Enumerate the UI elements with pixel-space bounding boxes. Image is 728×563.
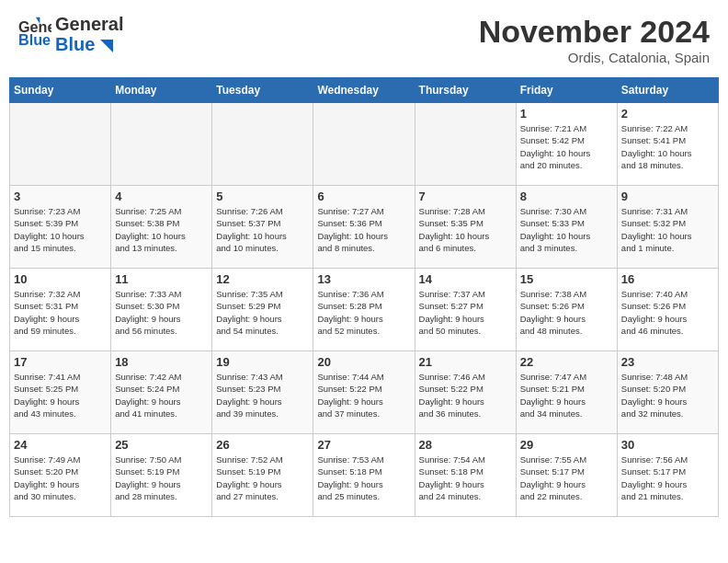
calendar-cell — [111, 103, 212, 186]
day-info: Sunrise: 7:25 AM Sunset: 5:38 PM Dayligh… — [115, 205, 208, 254]
day-info: Sunrise: 7:35 AM Sunset: 5:29 PM Dayligh… — [216, 288, 309, 337]
calendar-header-friday: Friday — [516, 78, 617, 103]
day-info: Sunrise: 7:26 AM Sunset: 5:37 PM Dayligh… — [216, 205, 309, 254]
day-number: 8 — [520, 190, 613, 203]
calendar-cell: 5Sunrise: 7:26 AM Sunset: 5:37 PM Daylig… — [212, 186, 313, 269]
calendar-cell: 6Sunrise: 7:27 AM Sunset: 5:36 PM Daylig… — [313, 186, 415, 269]
calendar-cell: 2Sunrise: 7:22 AM Sunset: 5:41 PM Daylig… — [617, 103, 718, 186]
logo-icon: General Blue — [18, 16, 51, 52]
day-number: 19 — [216, 355, 309, 369]
day-info: Sunrise: 7:28 AM Sunset: 5:35 PM Dayligh… — [419, 205, 512, 254]
calendar-cell: 16Sunrise: 7:40 AM Sunset: 5:26 PM Dayli… — [617, 269, 718, 351]
day-number: 2 — [621, 107, 714, 121]
svg-text:Blue: Blue — [18, 31, 51, 48]
calendar-week-2: 3Sunrise: 7:23 AM Sunset: 5:39 PM Daylig… — [10, 186, 719, 269]
day-number: 16 — [621, 272, 714, 286]
calendar-cell: 27Sunrise: 7:53 AM Sunset: 5:18 PM Dayli… — [313, 434, 415, 517]
day-info: Sunrise: 7:36 AM Sunset: 5:28 PM Dayligh… — [317, 288, 410, 337]
day-info: Sunrise: 7:48 AM Sunset: 5:20 PM Dayligh… — [621, 371, 714, 419]
calendar-cell: 4Sunrise: 7:25 AM Sunset: 5:38 PM Daylig… — [111, 186, 212, 269]
day-number: 3 — [14, 190, 107, 203]
calendar-week-5: 24Sunrise: 7:49 AM Sunset: 5:20 PM Dayli… — [10, 434, 719, 517]
calendar-cell: 15Sunrise: 7:38 AM Sunset: 5:26 PM Dayli… — [516, 269, 617, 351]
month-title: November 2024 — [479, 14, 710, 50]
day-number: 25 — [115, 438, 208, 452]
day-number: 27 — [317, 438, 410, 452]
calendar-header-wednesday: Wednesday — [313, 78, 415, 103]
calendar-cell: 30Sunrise: 7:56 AM Sunset: 5:17 PM Dayli… — [617, 434, 718, 517]
day-number: 23 — [621, 355, 714, 369]
day-info: Sunrise: 7:41 AM Sunset: 5:25 PM Dayligh… — [14, 371, 107, 419]
calendar-cell — [415, 103, 516, 186]
calendar-header-sunday: Sunday — [10, 78, 111, 103]
day-number: 17 — [14, 355, 107, 369]
calendar-header-monday: Monday — [111, 78, 212, 103]
calendar-cell: 23Sunrise: 7:48 AM Sunset: 5:20 PM Dayli… — [617, 351, 718, 434]
calendar-cell: 3Sunrise: 7:23 AM Sunset: 5:39 PM Daylig… — [10, 186, 111, 269]
calendar-cell: 22Sunrise: 7:47 AM Sunset: 5:21 PM Dayli… — [516, 351, 617, 434]
day-number: 5 — [216, 190, 309, 203]
day-number: 20 — [317, 355, 410, 369]
calendar-header-row: SundayMondayTuesdayWednesdayThursdayFrid… — [10, 78, 719, 103]
day-number: 26 — [216, 438, 309, 452]
title-block: November 2024 Ordis, Catalonia, Spain — [479, 14, 710, 65]
day-info: Sunrise: 7:42 AM Sunset: 5:24 PM Dayligh… — [115, 371, 208, 419]
calendar-cell: 9Sunrise: 7:31 AM Sunset: 5:32 PM Daylig… — [617, 186, 718, 269]
day-info: Sunrise: 7:37 AM Sunset: 5:27 PM Dayligh… — [419, 288, 512, 337]
calendar-cell: 28Sunrise: 7:54 AM Sunset: 5:18 PM Dayli… — [415, 434, 516, 517]
calendar-cell: 29Sunrise: 7:55 AM Sunset: 5:17 PM Dayli… — [516, 434, 617, 517]
day-number: 30 — [621, 438, 714, 452]
day-info: Sunrise: 7:23 AM Sunset: 5:39 PM Dayligh… — [14, 205, 107, 254]
calendar-cell: 8Sunrise: 7:30 AM Sunset: 5:33 PM Daylig… — [516, 186, 617, 269]
day-info: Sunrise: 7:38 AM Sunset: 5:26 PM Dayligh… — [520, 288, 613, 337]
day-number: 14 — [419, 272, 512, 286]
logo: General Blue General Blue — [18, 14, 123, 54]
day-info: Sunrise: 7:50 AM Sunset: 5:19 PM Dayligh… — [115, 454, 208, 502]
calendar-week-4: 17Sunrise: 7:41 AM Sunset: 5:25 PM Dayli… — [10, 351, 719, 434]
calendar-cell: 24Sunrise: 7:49 AM Sunset: 5:20 PM Dayli… — [10, 434, 111, 517]
logo-blue-text: Blue — [55, 34, 95, 54]
day-info: Sunrise: 7:53 AM Sunset: 5:18 PM Dayligh… — [317, 454, 410, 502]
calendar-header-tuesday: Tuesday — [212, 78, 313, 103]
logo-general-text: General — [55, 14, 123, 34]
day-number: 11 — [115, 272, 208, 286]
calendar-cell: 11Sunrise: 7:33 AM Sunset: 5:30 PM Dayli… — [111, 269, 212, 351]
day-info: Sunrise: 7:44 AM Sunset: 5:22 PM Dayligh… — [317, 371, 410, 419]
day-number: 12 — [216, 272, 309, 286]
calendar-cell: 1Sunrise: 7:21 AM Sunset: 5:42 PM Daylig… — [516, 103, 617, 186]
day-number: 9 — [621, 190, 714, 203]
day-info: Sunrise: 7:47 AM Sunset: 5:21 PM Dayligh… — [520, 371, 613, 419]
calendar-table: SundayMondayTuesdayWednesdayThursdayFrid… — [9, 77, 719, 517]
calendar-week-1: 1Sunrise: 7:21 AM Sunset: 5:42 PM Daylig… — [10, 103, 719, 186]
day-number: 21 — [419, 355, 512, 369]
day-number: 1 — [520, 107, 613, 121]
day-number: 10 — [14, 272, 107, 286]
calendar-cell: 20Sunrise: 7:44 AM Sunset: 5:22 PM Dayli… — [313, 351, 415, 434]
day-number: 29 — [520, 438, 613, 452]
calendar-cell: 12Sunrise: 7:35 AM Sunset: 5:29 PM Dayli… — [212, 269, 313, 351]
day-number: 7 — [419, 190, 512, 203]
calendar-cell — [313, 103, 415, 186]
day-info: Sunrise: 7:33 AM Sunset: 5:30 PM Dayligh… — [115, 288, 208, 337]
logo-triangle-icon — [97, 36, 113, 52]
day-info: Sunrise: 7:46 AM Sunset: 5:22 PM Dayligh… — [419, 371, 512, 419]
day-info: Sunrise: 7:54 AM Sunset: 5:18 PM Dayligh… — [419, 454, 512, 502]
day-info: Sunrise: 7:56 AM Sunset: 5:17 PM Dayligh… — [621, 454, 714, 502]
calendar-header-saturday: Saturday — [617, 78, 718, 103]
calendar-week-3: 10Sunrise: 7:32 AM Sunset: 5:31 PM Dayli… — [10, 269, 719, 351]
day-number: 4 — [115, 190, 208, 203]
day-number: 18 — [115, 355, 208, 369]
calendar-cell: 7Sunrise: 7:28 AM Sunset: 5:35 PM Daylig… — [415, 186, 516, 269]
day-number: 28 — [419, 438, 512, 452]
calendar-cell: 18Sunrise: 7:42 AM Sunset: 5:24 PM Dayli… — [111, 351, 212, 434]
calendar-cell: 14Sunrise: 7:37 AM Sunset: 5:27 PM Dayli… — [415, 269, 516, 351]
day-info: Sunrise: 7:32 AM Sunset: 5:31 PM Dayligh… — [14, 288, 107, 337]
calendar-cell — [10, 103, 111, 186]
day-info: Sunrise: 7:52 AM Sunset: 5:19 PM Dayligh… — [216, 454, 309, 502]
page-header: General Blue General Blue November 2024 … — [9, 9, 719, 70]
day-info: Sunrise: 7:30 AM Sunset: 5:33 PM Dayligh… — [520, 205, 613, 254]
calendar-cell: 10Sunrise: 7:32 AM Sunset: 5:31 PM Dayli… — [10, 269, 111, 351]
day-info: Sunrise: 7:49 AM Sunset: 5:20 PM Dayligh… — [14, 454, 107, 502]
day-info: Sunrise: 7:43 AM Sunset: 5:23 PM Dayligh… — [216, 371, 309, 419]
day-info: Sunrise: 7:55 AM Sunset: 5:17 PM Dayligh… — [520, 454, 613, 502]
